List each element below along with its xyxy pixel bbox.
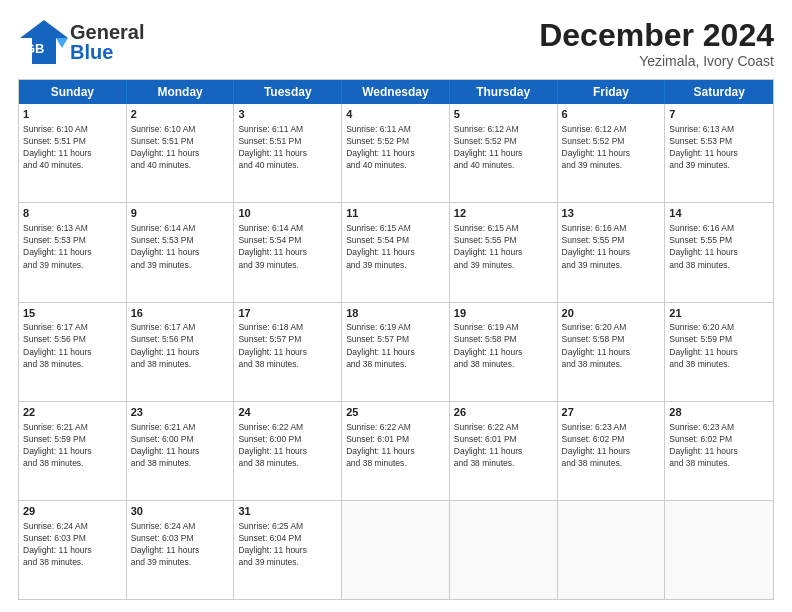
cell-info: Sunrise: 6:25 AM Sunset: 6:04 PM Dayligh… — [238, 521, 307, 567]
day-number: 25 — [346, 405, 445, 420]
cell-info: Sunrise: 6:15 AM Sunset: 5:54 PM Dayligh… — [346, 223, 415, 269]
logo-icon: GB — [18, 18, 70, 66]
cell-info: Sunrise: 6:23 AM Sunset: 6:02 PM Dayligh… — [669, 422, 738, 468]
cell-info: Sunrise: 6:18 AM Sunset: 5:57 PM Dayligh… — [238, 322, 307, 368]
calendar: Sunday Monday Tuesday Wednesday Thursday… — [18, 79, 774, 600]
calendar-cell-w2-d7: 14Sunrise: 6:16 AM Sunset: 5:55 PM Dayli… — [665, 203, 773, 301]
header-thursday: Thursday — [450, 80, 558, 104]
header-sunday: Sunday — [19, 80, 127, 104]
calendar-cell-w5-d2: 30Sunrise: 6:24 AM Sunset: 6:03 PM Dayli… — [127, 501, 235, 599]
day-number: 20 — [562, 306, 661, 321]
cell-info: Sunrise: 6:12 AM Sunset: 5:52 PM Dayligh… — [454, 124, 523, 170]
calendar-cell-w4-d7: 28Sunrise: 6:23 AM Sunset: 6:02 PM Dayli… — [665, 402, 773, 500]
day-number: 6 — [562, 107, 661, 122]
cell-info: Sunrise: 6:13 AM Sunset: 5:53 PM Dayligh… — [669, 124, 738, 170]
calendar-cell-w4-d3: 24Sunrise: 6:22 AM Sunset: 6:00 PM Dayli… — [234, 402, 342, 500]
day-number: 15 — [23, 306, 122, 321]
cell-info: Sunrise: 6:20 AM Sunset: 5:59 PM Dayligh… — [669, 322, 738, 368]
cell-info: Sunrise: 6:14 AM Sunset: 5:53 PM Dayligh… — [131, 223, 200, 269]
header-tuesday: Tuesday — [234, 80, 342, 104]
day-number: 9 — [131, 206, 230, 221]
cell-info: Sunrise: 6:14 AM Sunset: 5:54 PM Dayligh… — [238, 223, 307, 269]
calendar-cell-w1-d3: 3Sunrise: 6:11 AM Sunset: 5:51 PM Daylig… — [234, 104, 342, 202]
calendar-cell-w2-d3: 10Sunrise: 6:14 AM Sunset: 5:54 PM Dayli… — [234, 203, 342, 301]
day-number: 29 — [23, 504, 122, 519]
calendar-cell-w4-d1: 22Sunrise: 6:21 AM Sunset: 5:59 PM Dayli… — [19, 402, 127, 500]
day-number: 5 — [454, 107, 553, 122]
cell-info: Sunrise: 6:12 AM Sunset: 5:52 PM Dayligh… — [562, 124, 631, 170]
cell-info: Sunrise: 6:24 AM Sunset: 6:03 PM Dayligh… — [131, 521, 200, 567]
calendar-header: Sunday Monday Tuesday Wednesday Thursday… — [19, 80, 773, 104]
calendar-subtitle: Yezimala, Ivory Coast — [539, 53, 774, 69]
calendar-row-4: 22Sunrise: 6:21 AM Sunset: 5:59 PM Dayli… — [19, 401, 773, 500]
calendar-cell-w1-d7: 7Sunrise: 6:13 AM Sunset: 5:53 PM Daylig… — [665, 104, 773, 202]
calendar-cell-w5-d3: 31Sunrise: 6:25 AM Sunset: 6:04 PM Dayli… — [234, 501, 342, 599]
calendar-cell-w2-d4: 11Sunrise: 6:15 AM Sunset: 5:54 PM Dayli… — [342, 203, 450, 301]
header-wednesday: Wednesday — [342, 80, 450, 104]
calendar-row-2: 8Sunrise: 6:13 AM Sunset: 5:53 PM Daylig… — [19, 202, 773, 301]
day-number: 1 — [23, 107, 122, 122]
svg-marker-1 — [56, 38, 68, 48]
cell-info: Sunrise: 6:24 AM Sunset: 6:03 PM Dayligh… — [23, 521, 92, 567]
calendar-row-3: 15Sunrise: 6:17 AM Sunset: 5:56 PM Dayli… — [19, 302, 773, 401]
calendar-cell-w3-d2: 16Sunrise: 6:17 AM Sunset: 5:56 PM Dayli… — [127, 303, 235, 401]
day-number: 10 — [238, 206, 337, 221]
calendar-cell-w3-d4: 18Sunrise: 6:19 AM Sunset: 5:57 PM Dayli… — [342, 303, 450, 401]
calendar-cell-w3-d1: 15Sunrise: 6:17 AM Sunset: 5:56 PM Dayli… — [19, 303, 127, 401]
cell-info: Sunrise: 6:20 AM Sunset: 5:58 PM Dayligh… — [562, 322, 631, 368]
day-number: 17 — [238, 306, 337, 321]
calendar-cell-w1-d4: 4Sunrise: 6:11 AM Sunset: 5:52 PM Daylig… — [342, 104, 450, 202]
day-number: 31 — [238, 504, 337, 519]
cell-info: Sunrise: 6:15 AM Sunset: 5:55 PM Dayligh… — [454, 223, 523, 269]
header-monday: Monday — [127, 80, 235, 104]
header-friday: Friday — [558, 80, 666, 104]
calendar-cell-w5-d4 — [342, 501, 450, 599]
calendar-row-1: 1Sunrise: 6:10 AM Sunset: 5:51 PM Daylig… — [19, 104, 773, 202]
day-number: 19 — [454, 306, 553, 321]
day-number: 12 — [454, 206, 553, 221]
calendar-cell-w5-d6 — [558, 501, 666, 599]
day-number: 24 — [238, 405, 337, 420]
cell-info: Sunrise: 6:22 AM Sunset: 6:01 PM Dayligh… — [346, 422, 415, 468]
title-block: December 2024 Yezimala, Ivory Coast — [539, 18, 774, 69]
logo-blue: Blue — [70, 41, 144, 64]
day-number: 13 — [562, 206, 661, 221]
calendar-cell-w3-d7: 21Sunrise: 6:20 AM Sunset: 5:59 PM Dayli… — [665, 303, 773, 401]
calendar-cell-w1-d6: 6Sunrise: 6:12 AM Sunset: 5:52 PM Daylig… — [558, 104, 666, 202]
day-number: 22 — [23, 405, 122, 420]
calendar-cell-w4-d6: 27Sunrise: 6:23 AM Sunset: 6:02 PM Dayli… — [558, 402, 666, 500]
header-saturday: Saturday — [665, 80, 773, 104]
calendar-cell-w4-d5: 26Sunrise: 6:22 AM Sunset: 6:01 PM Dayli… — [450, 402, 558, 500]
cell-info: Sunrise: 6:11 AM Sunset: 5:51 PM Dayligh… — [238, 124, 307, 170]
cell-info: Sunrise: 6:16 AM Sunset: 5:55 PM Dayligh… — [562, 223, 631, 269]
cell-info: Sunrise: 6:17 AM Sunset: 5:56 PM Dayligh… — [23, 322, 92, 368]
calendar-cell-w3-d3: 17Sunrise: 6:18 AM Sunset: 5:57 PM Dayli… — [234, 303, 342, 401]
calendar-cell-w1-d5: 5Sunrise: 6:12 AM Sunset: 5:52 PM Daylig… — [450, 104, 558, 202]
logo: GB General Blue — [18, 18, 144, 66]
cell-info: Sunrise: 6:23 AM Sunset: 6:02 PM Dayligh… — [562, 422, 631, 468]
calendar-cell-w5-d1: 29Sunrise: 6:24 AM Sunset: 6:03 PM Dayli… — [19, 501, 127, 599]
calendar-cell-w1-d1: 1Sunrise: 6:10 AM Sunset: 5:51 PM Daylig… — [19, 104, 127, 202]
cell-info: Sunrise: 6:16 AM Sunset: 5:55 PM Dayligh… — [669, 223, 738, 269]
calendar-cell-w3-d5: 19Sunrise: 6:19 AM Sunset: 5:58 PM Dayli… — [450, 303, 558, 401]
day-number: 2 — [131, 107, 230, 122]
cell-info: Sunrise: 6:10 AM Sunset: 5:51 PM Dayligh… — [23, 124, 92, 170]
calendar-cell-w2-d1: 8Sunrise: 6:13 AM Sunset: 5:53 PM Daylig… — [19, 203, 127, 301]
calendar-body: 1Sunrise: 6:10 AM Sunset: 5:51 PM Daylig… — [19, 104, 773, 599]
day-number: 14 — [669, 206, 769, 221]
logo-text-block: General Blue — [70, 21, 144, 64]
calendar-cell-w5-d5 — [450, 501, 558, 599]
calendar-cell-w5-d7 — [665, 501, 773, 599]
day-number: 7 — [669, 107, 769, 122]
cell-info: Sunrise: 6:17 AM Sunset: 5:56 PM Dayligh… — [131, 322, 200, 368]
day-number: 23 — [131, 405, 230, 420]
calendar-cell-w4-d2: 23Sunrise: 6:21 AM Sunset: 6:00 PM Dayli… — [127, 402, 235, 500]
day-number: 3 — [238, 107, 337, 122]
cell-info: Sunrise: 6:13 AM Sunset: 5:53 PM Dayligh… — [23, 223, 92, 269]
page: GB General Blue December 2024 Yezimala, … — [0, 0, 792, 612]
day-number: 18 — [346, 306, 445, 321]
calendar-cell-w1-d2: 2Sunrise: 6:10 AM Sunset: 5:51 PM Daylig… — [127, 104, 235, 202]
svg-text:GB: GB — [25, 41, 45, 56]
calendar-cell-w4-d4: 25Sunrise: 6:22 AM Sunset: 6:01 PM Dayli… — [342, 402, 450, 500]
day-number: 30 — [131, 504, 230, 519]
